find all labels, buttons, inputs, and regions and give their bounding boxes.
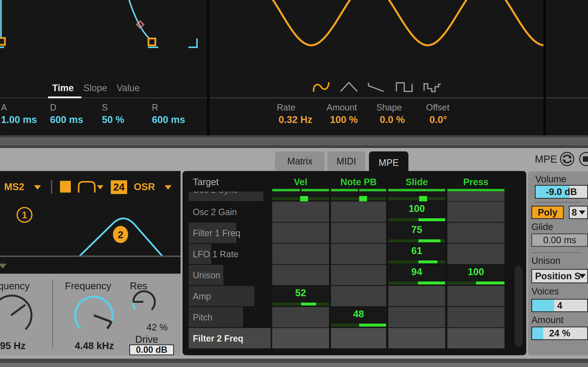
tab-time[interactable]: Time (52, 83, 74, 93)
matrix-cell[interactable]: 75 (388, 223, 445, 243)
matrix-cell[interactable] (447, 328, 504, 348)
matrix-cell[interactable] (331, 202, 386, 222)
tab-slope[interactable]: Slope (83, 83, 107, 93)
poly-button[interactable]: Poly (531, 206, 564, 219)
tab-time-underline (48, 97, 81, 98)
shape-value[interactable]: 0.0 % (380, 114, 405, 125)
matrix-cell[interactable] (447, 286, 504, 306)
matrix-cell[interactable] (447, 202, 504, 222)
res-value[interactable]: 42 % (147, 322, 168, 333)
matrix-cell[interactable]: 48 (331, 307, 386, 327)
matrix-cell[interactable] (388, 307, 445, 327)
matrix-cell[interactable] (331, 223, 386, 243)
decay-value[interactable]: 600 ms (50, 114, 83, 125)
matrix-cell[interactable] (447, 223, 504, 243)
refresh-icon[interactable] (560, 151, 575, 167)
matrix-cell[interactable]: 100 (388, 202, 445, 222)
target-label[interactable]: Filter 1 Freq (193, 228, 240, 238)
poly-voices-value: 8 (572, 207, 577, 218)
filter-frequency-knob[interactable] (69, 291, 118, 340)
matrix-cell[interactable]: 94 (388, 265, 445, 285)
matrix-cell[interactable]: 100 (447, 265, 504, 285)
res-knob[interactable] (131, 289, 158, 316)
amount-field[interactable]: 24 % (531, 327, 588, 340)
target-label-box[interactable]: Osc 2 Sync (189, 192, 263, 201)
voices-field[interactable]: 4 (531, 299, 588, 312)
sustain-value[interactable]: 50 % (102, 114, 124, 125)
osc-frequency-knob[interactable] (0, 292, 38, 339)
square-shape-icon[interactable] (396, 81, 413, 92)
tab-value[interactable]: Value (117, 83, 140, 93)
sine-shape-icon[interactable] (313, 81, 330, 92)
matrix-cell[interactable] (272, 328, 329, 348)
volume-field[interactable]: -9.0 dB (535, 185, 588, 199)
filter-response-display[interactable]: 1 2 (0, 171, 181, 274)
target-label[interactable]: Filter 2 Freq (193, 333, 243, 344)
mod-slider-fill[interactable] (301, 303, 316, 306)
matrix-cell[interactable] (331, 328, 386, 348)
release-value[interactable]: 600 ms (152, 114, 185, 125)
glide-field[interactable]: 0.00 ms (531, 233, 588, 247)
tab-midi[interactable]: MIDI (327, 151, 365, 171)
matrix-cell[interactable] (447, 244, 504, 264)
matrix-cell[interactable] (331, 192, 386, 201)
drive-label: Drive (135, 334, 158, 345)
matrix-cell[interactable]: 61 (388, 244, 445, 264)
target-label[interactable]: Amp (193, 291, 211, 302)
mod-slider-fill[interactable] (418, 239, 441, 242)
matrix-cell[interactable] (388, 192, 445, 201)
envelope-release-handle[interactable] (148, 38, 155, 45)
save-preset-icon[interactable] (579, 151, 588, 167)
mod-slider-fill[interactable] (418, 281, 445, 284)
triangle-shape-icon[interactable] (340, 81, 358, 92)
filter-frequency-value[interactable]: 4.48 kHz (66, 340, 122, 351)
target-label[interactable]: LFO 1 Rate (193, 249, 238, 259)
mod-slider-fill[interactable] (418, 218, 445, 221)
matrix-cell[interactable] (331, 265, 386, 285)
matrix-scrollbar[interactable] (514, 266, 523, 347)
matrix-cell[interactable] (331, 244, 386, 264)
matrix-cell[interactable] (272, 265, 329, 285)
target-label[interactable]: Unison (193, 270, 220, 281)
attack-value[interactable]: 1.00 ms (1, 114, 37, 125)
matrix-cell[interactable] (388, 328, 445, 348)
rate-value[interactable]: 0.32 Hz (279, 114, 312, 125)
matrix-cell[interactable] (272, 202, 329, 222)
tab-mpe-label: MPE (379, 158, 399, 168)
column-underline (447, 189, 504, 191)
envelope-start-handle[interactable] (0, 38, 5, 45)
mod-slider-track[interactable] (331, 197, 386, 200)
target-label[interactable]: Osc 2 Gain (193, 207, 237, 217)
matrix-cell[interactable] (447, 307, 504, 327)
matrix-cell[interactable]: 52 (272, 286, 329, 306)
mod-slider-thumb[interactable] (359, 196, 367, 201)
mod-slider-fill[interactable] (418, 260, 437, 263)
mod-slider-thumb[interactable] (419, 196, 427, 201)
matrix-cell[interactable] (388, 286, 445, 306)
mod-slider-thumb[interactable] (300, 196, 308, 201)
mod-slider-track[interactable] (388, 197, 445, 200)
lfo-waveform[interactable] (209, 0, 543, 81)
amount-value[interactable]: 100 % (330, 114, 358, 125)
mod-slider-track[interactable] (272, 303, 329, 306)
tab-matrix[interactable]: Matrix (275, 151, 325, 171)
drive-value-field[interactable]: 0.00 dB (129, 344, 174, 355)
poly-voices-select[interactable]: 8 (569, 206, 588, 219)
target-label[interactable]: Pitch (193, 312, 212, 323)
matrix-cell[interactable] (272, 223, 329, 243)
tab-mpe[interactable]: MPE (369, 151, 408, 174)
saw-down-shape-icon[interactable] (368, 81, 385, 92)
volume-value: -9.0 dB (546, 187, 577, 197)
matrix-cell[interactable] (447, 192, 504, 201)
matrix-cell[interactable] (331, 286, 386, 306)
offset-value[interactable]: 0.0° (429, 114, 447, 125)
mod-slider-fill[interactable] (476, 281, 505, 284)
mod-slider-fill[interactable] (359, 324, 386, 327)
matrix-cell[interactable] (272, 192, 329, 201)
matrix-cell[interactable] (272, 307, 329, 327)
matrix-cell[interactable] (272, 244, 329, 264)
svg-text:1: 1 (22, 210, 27, 220)
osc-frequency-value[interactable]: 95 Hz (0, 340, 26, 351)
random-step-shape-icon[interactable] (423, 81, 441, 92)
unison-mode-select[interactable]: Position S (531, 269, 588, 283)
